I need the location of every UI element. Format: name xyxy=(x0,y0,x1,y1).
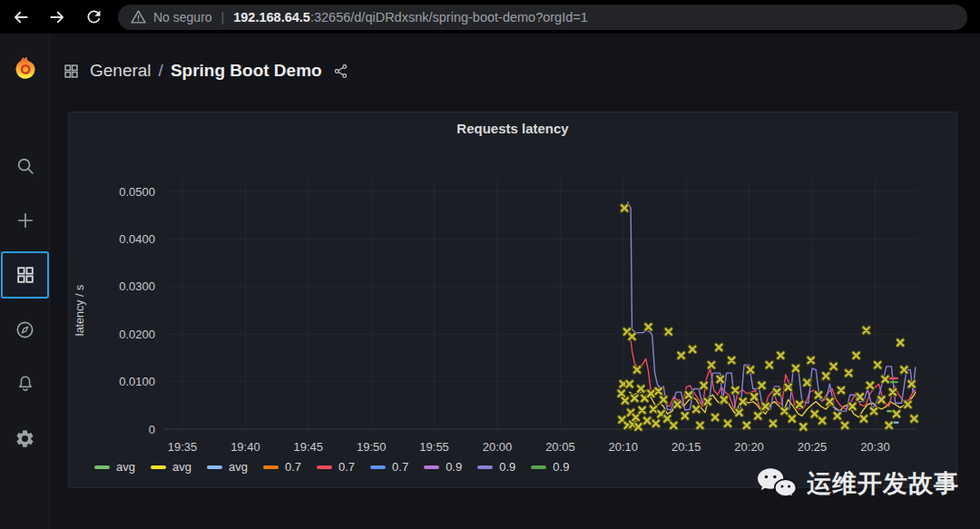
legend-item-0.7[interactable]: 0.7 xyxy=(370,460,408,474)
legend-swatch xyxy=(424,465,439,469)
x-tick-label: 19:40 xyxy=(230,440,260,454)
y-tick-label: 0.0300 xyxy=(119,279,155,293)
browser-toolbar: No seguro | 192.168.64.5:32656/d/qiDRdxs… xyxy=(0,0,980,34)
url-host: 192.168.64.5 xyxy=(233,10,310,24)
x-tick-label: 20:25 xyxy=(798,440,828,454)
legend-label: avg xyxy=(172,460,191,474)
not-secure-warning-icon[interactable] xyxy=(131,9,146,24)
sidebar-nav xyxy=(0,34,50,529)
legend-item-0.9[interactable]: 0.9 xyxy=(477,460,515,474)
sidebar-item-home[interactable] xyxy=(0,44,50,92)
legend-swatch xyxy=(477,465,493,469)
address-bar[interactable]: No seguro | 192.168.64.5:32656/d/qiDRdxs… xyxy=(118,5,967,30)
legend-swatch xyxy=(207,465,222,469)
series-p0.9-purple xyxy=(628,202,916,412)
chart-area: 00.01000.02000.03000.04000.050019:3519:4… xyxy=(69,153,958,457)
x-tick-label: 20:20 xyxy=(734,440,764,454)
x-tick-label: 20:30 xyxy=(860,440,890,454)
sidebar-item-alerting[interactable] xyxy=(0,360,50,407)
x-tick-label: 19:35 xyxy=(168,440,198,454)
legend-item-avg[interactable]: avg xyxy=(207,460,248,474)
legend-label: 0.7 xyxy=(285,460,301,474)
forward-icon xyxy=(47,7,67,27)
forward-button[interactable] xyxy=(42,4,73,31)
panel-requests-latency: Requests latency 00.01000.02000.03000.04… xyxy=(68,112,957,488)
dashboard-title[interactable]: Spring Boot Demo xyxy=(171,61,322,81)
watermark-text: 运维开发故事 xyxy=(807,467,959,500)
bell-icon xyxy=(15,374,35,394)
legend-item-0.9[interactable]: 0.9 xyxy=(531,460,569,474)
plus-icon xyxy=(15,211,35,230)
sidebar-item-dashboards[interactable] xyxy=(1,251,49,299)
legend-swatch xyxy=(317,465,332,469)
legend-label: avg xyxy=(116,460,135,474)
legend-label: 0.9 xyxy=(446,460,462,474)
legend-item-avg[interactable]: avg xyxy=(94,460,135,474)
legend-label: 0.9 xyxy=(499,460,515,474)
legend-swatch xyxy=(263,465,279,469)
compass-icon xyxy=(15,319,35,340)
url-path: :32656/d/qiDRdxsnk/spring-boot-demo?orgI… xyxy=(310,10,588,24)
sidebar-item-search[interactable] xyxy=(0,142,50,190)
latency-chart[interactable]: 00.01000.02000.03000.04000.050019:3519:4… xyxy=(69,153,958,457)
sidebar-item-configuration[interactable] xyxy=(0,415,50,462)
x-tick-label: 20:15 xyxy=(671,440,701,454)
legend-swatch xyxy=(94,465,110,469)
y-tick-label: 0.0500 xyxy=(119,185,155,199)
security-label: No seguro xyxy=(153,10,212,24)
panel-title[interactable]: Requests latency xyxy=(69,121,956,136)
legend-swatch xyxy=(370,465,386,469)
dashboards-icon xyxy=(15,265,35,285)
share-icon xyxy=(333,64,348,79)
back-button[interactable] xyxy=(5,4,36,31)
legend-label: 0.7 xyxy=(338,460,355,474)
x-tick-label: 19:50 xyxy=(357,440,387,454)
legend-item-0.9[interactable]: 0.9 xyxy=(424,460,462,474)
x-tick-label: 20:00 xyxy=(483,440,513,454)
gear-icon xyxy=(15,428,35,449)
legend-item-avg[interactable]: avg xyxy=(151,460,191,474)
share-button[interactable] xyxy=(333,64,348,79)
watermark: 运维开发故事 xyxy=(756,466,959,501)
legend-label: 0.9 xyxy=(553,460,569,474)
breadcrumb-separator: / xyxy=(159,61,163,81)
x-tick-label: 19:45 xyxy=(294,440,324,454)
legend-label: avg xyxy=(229,460,248,474)
grafana-app: General / Spring Boot Demo Requests late… xyxy=(0,34,980,529)
grafana-logo-icon xyxy=(13,55,38,81)
url-text: 192.168.64.5:32656/d/qiDRdxsnk/spring-bo… xyxy=(233,10,588,24)
back-icon xyxy=(11,7,31,27)
reload-button[interactable] xyxy=(78,4,109,31)
y-tick-label: 0.0200 xyxy=(119,328,155,341)
wechat-icon xyxy=(756,466,798,501)
x-tick-label: 20:05 xyxy=(545,440,575,454)
legend-item-0.7[interactable]: 0.7 xyxy=(263,460,301,474)
y-tick-label: 0 xyxy=(149,423,155,436)
dashboard-grid-icon xyxy=(64,64,79,79)
x-tick-label: 19:55 xyxy=(419,440,449,454)
breadcrumb: General / Spring Boot Demo xyxy=(64,61,348,81)
y-axis-label: latency / s xyxy=(74,285,86,336)
legend-swatch xyxy=(151,465,166,469)
breadcrumb-folder[interactable]: General xyxy=(90,61,152,81)
sidebar-item-create[interactable] xyxy=(0,197,50,244)
url-divider: | xyxy=(221,10,225,24)
legend-item-0.7[interactable]: 0.7 xyxy=(317,460,355,474)
legend-swatch xyxy=(531,465,546,469)
y-tick-label: 0.0100 xyxy=(119,375,155,388)
sidebar-item-explore[interactable] xyxy=(0,306,50,353)
x-tick-label: 20:10 xyxy=(609,440,639,454)
legend-label: 0.7 xyxy=(392,460,408,474)
y-tick-label: 0.0400 xyxy=(119,232,155,246)
reload-icon xyxy=(84,7,103,26)
search-icon xyxy=(15,156,35,176)
